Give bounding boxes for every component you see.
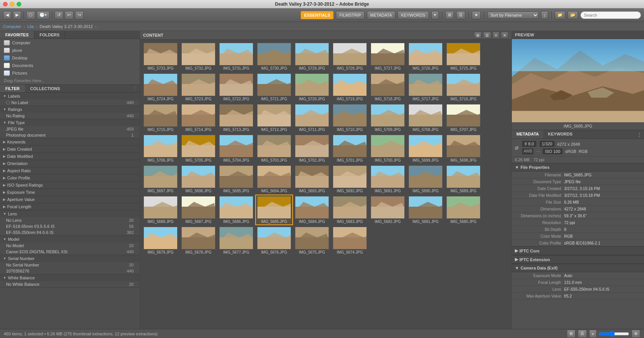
workspace-essentials-button[interactable]: ESSENTIALS bbox=[301, 11, 334, 19]
thumbnail-item[interactable]: IMG_5731.JPG bbox=[217, 41, 255, 72]
filter-aspectratio-header[interactable]: ▶Aspect Ratio bbox=[0, 167, 140, 174]
thumbnail-item[interactable]: IMG_5700.JPG bbox=[369, 133, 407, 164]
favorites-pictures[interactable]: Pictures bbox=[0, 69, 140, 77]
thumbnail-item[interactable]: IMG_5714.JPG bbox=[179, 103, 217, 133]
thumbnail-item[interactable]: IMG_5727.JPG bbox=[369, 41, 407, 72]
thumbnail-item[interactable]: IMG_5684.JPG bbox=[293, 195, 331, 225]
tab-favorites[interactable]: FAVORITES bbox=[0, 31, 34, 39]
reveal-button[interactable]: ⬡ bbox=[26, 11, 35, 19]
filter-lens-header[interactable]: ▼Lens bbox=[0, 210, 140, 217]
filter-no-lens[interactable]: No Lens20 bbox=[0, 217, 140, 223]
filter-keywords-header[interactable]: ▶Keywords bbox=[0, 139, 140, 145]
thumbnail-item[interactable]: IMG_5686.JPG bbox=[217, 195, 255, 225]
thumbnail-item[interactable]: IMG_5695.JPG bbox=[217, 164, 255, 195]
thumbnail-item[interactable]: IMG_5701.JPG bbox=[331, 133, 369, 164]
thumbnail-item[interactable]: IMG_5683.JPG bbox=[331, 195, 369, 225]
thumbnail-item[interactable]: IMG_5676.JPG bbox=[255, 225, 293, 256]
thumbnail-item[interactable]: IMG_5733.JPG bbox=[142, 41, 179, 72]
filter-no-label[interactable]: No Label 440 bbox=[0, 100, 140, 106]
thumbnail-item[interactable]: IMG_5681.JPG bbox=[407, 195, 444, 225]
breadcrumb-user[interactable]: Lila bbox=[27, 24, 34, 29]
filter-filetype-header[interactable]: ▼ File Type bbox=[0, 119, 140, 126]
filter-lens-2[interactable]: EF-S55-250mm f/4-5.6 IS382 bbox=[0, 229, 140, 235]
file-properties-header[interactable]: ▼ File Properties bbox=[512, 163, 644, 171]
thumbnail-item[interactable]: IMG_5730.JPG bbox=[255, 41, 293, 72]
view-grid-button[interactable]: ⊞ bbox=[474, 32, 482, 39]
minimize-button[interactable] bbox=[10, 2, 14, 6]
breadcrumb-folder[interactable]: Death Valley 3-27-3-30-2012 bbox=[40, 24, 93, 29]
thumbnail-item[interactable]: IMG_5692.JPG bbox=[331, 164, 369, 195]
tab-folders[interactable]: FOLDERS bbox=[34, 31, 65, 39]
view-list-button[interactable]: ☰ bbox=[483, 32, 491, 39]
tab-collections[interactable]: COLLECTIONS bbox=[25, 85, 65, 92]
workspace-filmstrip-button[interactable]: FILMSTRIP bbox=[336, 11, 364, 19]
filter-model-header[interactable]: ▼Model bbox=[0, 236, 140, 243]
filter-iso-header[interactable]: ▶ISO Speed Ratings bbox=[0, 182, 140, 188]
status-detail-button[interactable]: ≡ bbox=[589, 330, 597, 338]
thumbnail-item[interactable]: IMG_5705.JPG bbox=[179, 133, 217, 164]
favorites-computer[interactable]: Computer bbox=[0, 39, 140, 47]
thumbnail-item[interactable]: IMG_5721.JPG bbox=[255, 72, 293, 103]
breadcrumb-computer[interactable]: Computer bbox=[3, 24, 21, 29]
metadata-options-button[interactable]: ⋮ bbox=[635, 130, 644, 139]
filter-wb-header[interactable]: ▼White Balance bbox=[0, 274, 140, 281]
recent-button[interactable]: 🕐▾ bbox=[37, 11, 50, 19]
filter-datecreated-header[interactable]: ▶Date Created bbox=[0, 146, 140, 153]
filter-orientation-header[interactable]: ▶Orientation bbox=[0, 160, 140, 167]
thumbnail-item[interactable]: IMG_5677.JPG bbox=[217, 225, 255, 256]
thumbnail-item[interactable]: IMG_5718.JPG bbox=[369, 72, 407, 103]
thumbnails-scroll-area[interactable]: IMG_5733.JPGIMG_5732.JPGIMG_5731.JPGIMG_… bbox=[140, 40, 511, 329]
thumbnail-item[interactable]: IMG_5713.JPG bbox=[217, 103, 255, 133]
filter-ratings-header[interactable]: ▼ Ratings bbox=[0, 106, 140, 113]
filter-lens-1[interactable]: EF-S18-55mm f/3.5-5.6 IS58 bbox=[0, 223, 140, 229]
filter-jpeg[interactable]: JPEG file 459 bbox=[0, 126, 140, 132]
thumbnail-item[interactable]: IMG_5715.JPG bbox=[142, 103, 179, 133]
new-folder-button[interactable]: 📁 bbox=[555, 11, 565, 19]
tab-keywords[interactable]: KEYWORDS bbox=[543, 130, 577, 139]
thumbnail-item[interactable]: IMG_5693.JPG bbox=[293, 164, 331, 195]
sort-direction-button[interactable]: ↕ bbox=[541, 11, 549, 19]
thumbnail-item[interactable]: IMG_5728.JPG bbox=[331, 41, 369, 72]
thumbnail-item[interactable]: IMG_5711.JPG bbox=[293, 103, 331, 133]
filter-colorprofile-header[interactable]: ▶Color Profile bbox=[0, 174, 140, 181]
list-view-button[interactable]: ☰ bbox=[456, 11, 465, 19]
sort-dropdown[interactable]: Sort by Filename Sort by Date Created So… bbox=[487, 11, 539, 19]
thumbnail-item[interactable]: IMG_5720.JPG bbox=[293, 72, 331, 103]
undo-button[interactable]: ↩ bbox=[65, 11, 73, 19]
thumbnail-item[interactable]: IMG_5687.JPG bbox=[179, 195, 217, 225]
filter-options-button[interactable]: ⋮ bbox=[129, 85, 140, 92]
status-list-button[interactable]: ☰ bbox=[578, 330, 587, 338]
filter-no-model[interactable]: No Model20 bbox=[0, 243, 140, 249]
thumbnail-item[interactable]: IMG_5723.JPG bbox=[179, 72, 217, 103]
filter-datemodified-header[interactable]: ▶Date Modified bbox=[0, 153, 140, 160]
thumbnail-item[interactable]: IMG_5709.JPG bbox=[369, 103, 407, 133]
status-zoom-button[interactable]: ⊕ bbox=[632, 330, 640, 338]
thumbnail-item[interactable]: IMG_5725.JPG bbox=[444, 41, 482, 72]
filter-no-wb[interactable]: No White Balance20 bbox=[0, 281, 140, 287]
thumbnail-item[interactable]: IMG_5708.JPG bbox=[407, 103, 444, 133]
workspace-menu-button[interactable]: ▾ bbox=[431, 11, 439, 19]
filter-model-1[interactable]: Canon EOS DIGITAL REBEL XSi440 bbox=[0, 249, 140, 255]
thumbnail-item[interactable]: IMG_5717.JPG bbox=[407, 72, 444, 103]
thumbnail-item[interactable]: IMG_5675.JPG bbox=[293, 225, 331, 256]
view-detail-button[interactable]: ≡ bbox=[493, 32, 499, 39]
search-input[interactable] bbox=[580, 11, 641, 19]
status-grid-button[interactable]: ⊞ bbox=[567, 330, 575, 338]
favorites-desktop[interactable]: Desktop bbox=[0, 54, 140, 62]
thumbnail-item[interactable]: IMG_5729.JPG bbox=[293, 41, 331, 72]
camera-data-header[interactable]: ▼ Camera Data (Exif) bbox=[512, 264, 644, 272]
thumbnail-item[interactable]: IMG_5732.JPG bbox=[179, 41, 217, 72]
filter-serial-header[interactable]: ▼Serial Number bbox=[0, 255, 140, 262]
thumbnail-item[interactable]: IMG_5704.JPG bbox=[217, 133, 255, 164]
thumbnail-item[interactable]: IMG_5699.JPG bbox=[407, 133, 444, 164]
thumbnail-item[interactable]: IMG_5716.JPG bbox=[444, 72, 482, 103]
open-button[interactable]: 📂 bbox=[568, 11, 578, 19]
content-close-button[interactable]: ✕ bbox=[501, 32, 508, 39]
thumbnail-item[interactable]: IMG_5689.JPG bbox=[444, 164, 482, 195]
thumbnail-item[interactable]: IMG_5682.JPG bbox=[369, 195, 407, 225]
filter-no-rating[interactable]: No Rating 440 bbox=[0, 113, 140, 119]
favorites-jdove[interactable]: jdove bbox=[0, 47, 140, 54]
zoom-slider[interactable] bbox=[599, 331, 629, 337]
thumbnail-item[interactable]: IMG_5702.JPG bbox=[293, 133, 331, 164]
redo-button[interactable]: ↪ bbox=[75, 11, 84, 19]
